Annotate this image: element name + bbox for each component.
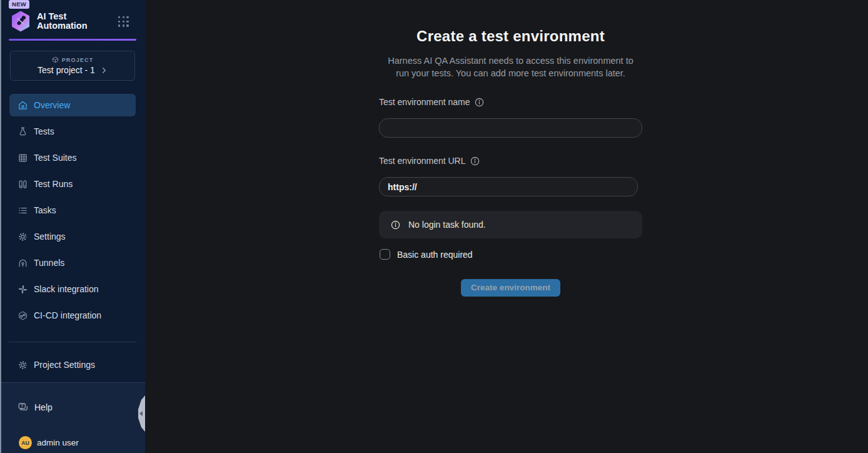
sidebar: NEW AI Test Automation: [0, 0, 145, 453]
basic-auth-row: Basic auth required: [380, 249, 473, 260]
brand-underline: [9, 39, 136, 41]
sidebar-nav: Overview Tests Test Suites Test Runs: [9, 94, 136, 330]
slack-icon: [18, 284, 28, 295]
sidebar-item-overview[interactable]: Overview: [9, 94, 136, 116]
list-icon: [18, 205, 28, 216]
sidebar-item-tasks[interactable]: Tasks: [9, 199, 136, 221]
chevron-right-icon: [101, 67, 108, 74]
basic-auth-label: Basic auth required: [397, 250, 473, 260]
tunnel-icon: [18, 258, 28, 268]
svg-text:?: ?: [21, 404, 23, 408]
info-icon: [391, 220, 400, 230]
project-name: Test project - 1: [38, 65, 95, 75]
page-subtitle: Harness AI QA Assistant needs to access …: [379, 56, 642, 66]
help-icon: ?: [18, 402, 29, 413]
app-logo: AI Test Automation: [10, 10, 88, 33]
sidebar-item-slack-integration[interactable]: Slack integration: [9, 278, 136, 300]
project-kicker-label: PROJECT: [62, 57, 94, 63]
sidebar-item-project-settings[interactable]: Project Settings: [9, 354, 136, 376]
no-login-task-alert: No login task found.: [379, 211, 642, 238]
home-icon: [18, 100, 28, 111]
sidebar-divider: [9, 342, 136, 342]
sidebar-item-test-suites[interactable]: Test Suites: [9, 146, 136, 169]
sidebar-item-label: Overview: [34, 100, 70, 110]
sidebar-item-settings[interactable]: Settings: [9, 225, 136, 248]
sidebar-footer: ? Help AU admin user: [0, 382, 145, 453]
main-content: Create a test environment Harness AI QA …: [145, 0, 868, 453]
app-title: AI Test Automation: [37, 12, 88, 31]
sidebar-item-cicd-integration[interactable]: CI-CD integration: [9, 304, 136, 327]
new-badge: NEW: [9, 0, 29, 9]
sidebar-item-label: Project Settings: [34, 360, 95, 370]
sidebar-item-label: CI-CD integration: [34, 310, 101, 320]
cicd-icon: [18, 310, 28, 321]
sidebar-item-label: Settings: [34, 232, 66, 242]
create-environment-button[interactable]: Create environment: [461, 279, 560, 297]
gear-icon: [18, 232, 28, 242]
alert-text: No login task found.: [408, 220, 486, 230]
sidebar-item-tunnels[interactable]: Tunnels: [9, 252, 136, 274]
project-selector[interactable]: PROJECT Test project - 1: [10, 51, 135, 81]
sidebar-item-test-runs[interactable]: Test Runs: [9, 173, 136, 195]
sidebar-item-label: Test Suites: [34, 153, 76, 163]
avatar: AU: [19, 436, 32, 449]
name-field-label: Test environment name: [379, 97, 484, 107]
sidebar-item-label: Tests: [34, 126, 54, 136]
app-logo-icon: [10, 10, 31, 33]
gear-icon: [18, 360, 28, 370]
info-icon[interactable]: [470, 156, 480, 166]
sidebar-item-label: Tasks: [34, 205, 56, 215]
page-title: Create a test environment: [379, 28, 642, 45]
sidebar-item-label: Tunnels: [34, 258, 64, 268]
apps-grid-icon[interactable]: [118, 16, 129, 27]
url-field-label: Test environment URL: [379, 156, 480, 166]
help-label: Help: [34, 402, 53, 412]
chevron-left-icon: [139, 411, 143, 416]
table-icon: [18, 153, 28, 163]
cube-icon: [52, 56, 59, 63]
user-name: admin user: [37, 438, 79, 447]
environment-name-input[interactable]: [379, 118, 642, 138]
columns-icon: [18, 179, 28, 190]
info-icon[interactable]: [475, 98, 484, 107]
basic-auth-checkbox[interactable]: [380, 249, 390, 260]
sidebar-item-label: Test Runs: [34, 179, 73, 189]
sidebar-item-label: Slack integration: [34, 284, 99, 294]
sidebar-item-tests[interactable]: Tests: [9, 120, 136, 143]
help-button[interactable]: ? Help: [18, 402, 53, 413]
user-menu[interactable]: AU admin user: [19, 436, 79, 449]
flask-icon: [18, 126, 28, 137]
page-subtitle: run your tests. You can add more test en…: [379, 68, 642, 78]
environment-url-input[interactable]: [379, 177, 638, 196]
